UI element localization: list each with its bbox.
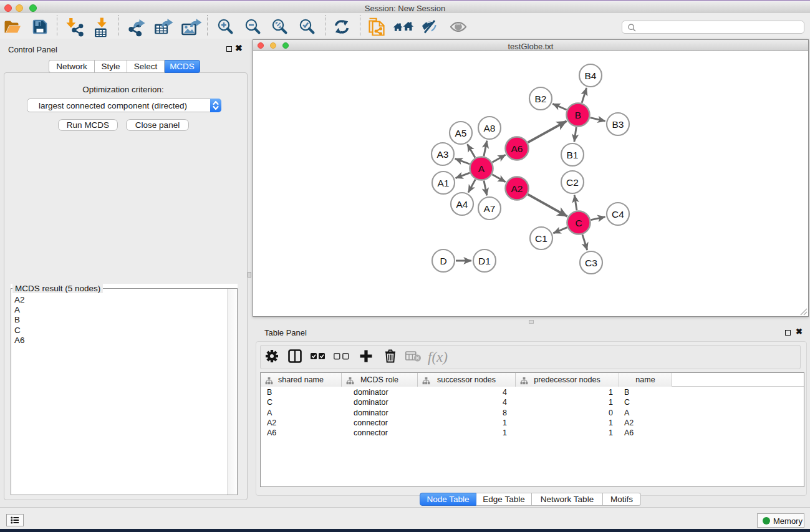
svg-text:C: C bbox=[575, 218, 582, 228]
svg-text:A4: A4 bbox=[456, 199, 468, 210]
svg-text:A5: A5 bbox=[455, 128, 467, 138]
svg-text:C4: C4 bbox=[612, 209, 624, 220]
svg-text:A2: A2 bbox=[511, 183, 523, 194]
svg-text:A: A bbox=[478, 163, 485, 174]
svg-text:C2: C2 bbox=[566, 177, 579, 188]
svg-text:A1: A1 bbox=[438, 178, 450, 188]
svg-text:A6: A6 bbox=[511, 143, 523, 154]
svg-text:C3: C3 bbox=[585, 258, 597, 268]
svg-text:D: D bbox=[440, 256, 446, 266]
svg-text:B3: B3 bbox=[612, 119, 624, 130]
svg-text:B1: B1 bbox=[567, 150, 579, 160]
svg-text:B: B bbox=[575, 110, 581, 120]
svg-text:A8: A8 bbox=[484, 123, 496, 133]
svg-text:A3: A3 bbox=[437, 149, 449, 160]
svg-text:A7: A7 bbox=[484, 203, 496, 214]
svg-text:B4: B4 bbox=[585, 70, 597, 81]
svg-text:B2: B2 bbox=[535, 94, 547, 104]
svg-text:D1: D1 bbox=[478, 256, 491, 266]
svg-text:C1: C1 bbox=[535, 233, 547, 244]
